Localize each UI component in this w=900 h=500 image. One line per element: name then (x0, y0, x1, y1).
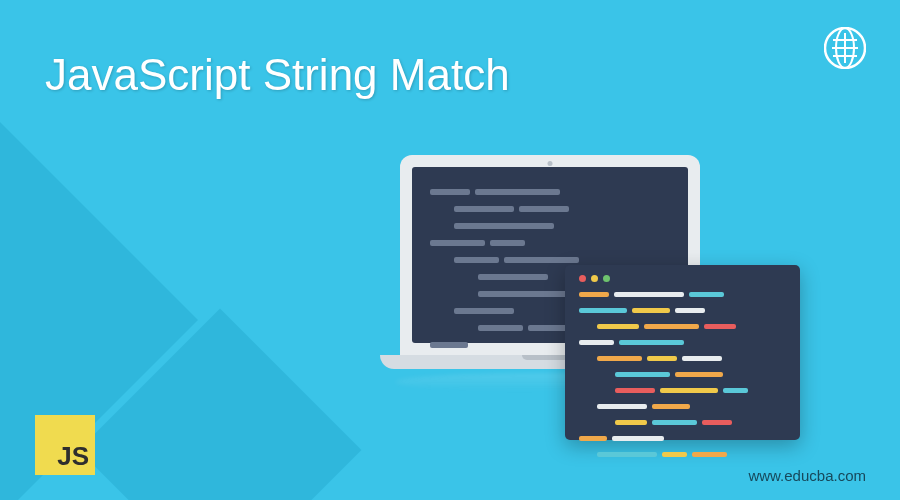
code-line (597, 404, 786, 415)
educba-logo-icon (824, 27, 866, 69)
code-line (430, 189, 670, 201)
code-line (454, 223, 670, 235)
website-url: www.educba.com (748, 467, 866, 484)
code-line (454, 206, 670, 218)
code-line (597, 452, 786, 463)
maximize-dot-icon (603, 275, 610, 282)
code-line (579, 436, 786, 447)
code-line (597, 324, 786, 335)
window-controls (579, 275, 786, 282)
code-line (579, 292, 786, 303)
close-dot-icon (579, 275, 586, 282)
code-line (579, 308, 786, 319)
js-logo-text: JS (57, 441, 89, 472)
javascript-logo: JS (35, 415, 95, 475)
code-editor-window (565, 265, 800, 440)
minimize-dot-icon (591, 275, 598, 282)
code-line (597, 356, 786, 367)
page-title: JavaScript String Match (45, 50, 510, 100)
code-line (615, 372, 786, 383)
code-line (615, 420, 786, 431)
code-line (579, 340, 786, 351)
code-line (615, 388, 786, 399)
code-line (430, 240, 670, 252)
